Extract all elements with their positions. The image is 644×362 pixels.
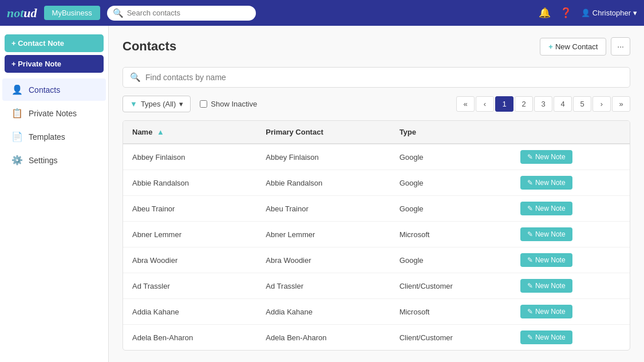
pagination-prev[interactable]: ‹: [476, 96, 494, 112]
search-icon: 🔍: [113, 8, 124, 18]
pagination-first[interactable]: «: [456, 96, 475, 112]
table-row: Abra Woodier Abra Woodier Google ✎ New N…: [123, 247, 630, 273]
filter-icon: ▼: [130, 100, 137, 108]
cell-type: Client/Customer: [390, 273, 511, 299]
cell-primary-contact: Ad Trassler: [256, 273, 390, 299]
cell-action: ✎ New Note: [511, 299, 630, 325]
edit-icon: ✎: [527, 282, 533, 290]
cell-type: Google: [390, 170, 511, 196]
column-type[interactable]: Type: [390, 121, 511, 144]
cell-primary-contact: Addia Kahane: [256, 299, 390, 325]
cell-name: Abbey Finlaison: [123, 144, 256, 170]
contacts-search-input[interactable]: [145, 73, 623, 82]
layout: + Contact Note + Private Note 👤 Contacts…: [0, 26, 644, 362]
pagination-page-5[interactable]: 5: [573, 96, 591, 112]
sidebar-item-templates[interactable]: 📄 Templates: [2, 125, 106, 148]
cell-name: Abra Woodier: [123, 247, 256, 273]
new-note-button[interactable]: ✎ New Note: [520, 330, 572, 344]
pagination-page-2[interactable]: 2: [515, 96, 533, 112]
sidebar-item-private-notes[interactable]: 📋 Private Notes: [2, 102, 106, 124]
new-note-button[interactable]: ✎ New Note: [520, 150, 572, 164]
sidebar-item-contacts[interactable]: 👤 Contacts: [2, 78, 106, 101]
user-icon: 👤: [581, 9, 590, 17]
table-row: Abbey Finlaison Abbey Finlaison Google ✎…: [123, 144, 630, 170]
new-note-button[interactable]: ✎ New Note: [520, 305, 572, 318]
cell-name: Addia Kahane: [123, 299, 256, 325]
cell-action: ✎ New Note: [511, 325, 630, 351]
cell-action: ✎ New Note: [511, 222, 630, 247]
edit-icon: ✎: [527, 179, 533, 187]
column-name[interactable]: Name ▲: [123, 121, 256, 144]
sidebar-nav: 👤 Contacts 📋 Private Notes 📄 Templates ⚙…: [0, 78, 108, 171]
new-contact-button[interactable]: + New Contact: [540, 38, 606, 56]
new-note-button[interactable]: ✎ New Note: [520, 202, 572, 215]
contacts-search-bar: 🔍: [123, 67, 630, 88]
show-inactive-label[interactable]: Show Inactive: [200, 100, 257, 108]
sidebar-item-settings[interactable]: ⚙️ Settings: [2, 149, 106, 171]
cell-primary-contact: Abra Woodier: [256, 247, 390, 273]
cell-action: ✎ New Note: [511, 196, 630, 222]
user-name: Christopher: [592, 9, 631, 17]
new-note-button[interactable]: ✎ New Note: [520, 279, 572, 293]
types-filter-button[interactable]: ▼ Types (All) ▾: [123, 96, 191, 112]
cell-action: ✎ New Note: [511, 247, 630, 273]
edit-icon: ✎: [527, 204, 533, 213]
pagination-page-4[interactable]: 4: [554, 96, 572, 112]
pagination: « ‹ 1 2 3 4 5 › »: [456, 96, 630, 112]
more-options-button[interactable]: ···: [611, 37, 630, 56]
private-note-button[interactable]: + Private Note: [5, 55, 104, 73]
edit-icon: ✎: [527, 230, 533, 238]
contact-note-button[interactable]: + Contact Note: [5, 34, 104, 52]
show-inactive-checkbox[interactable]: [200, 100, 207, 108]
sidebar: + Contact Note + Private Note 👤 Contacts…: [0, 26, 109, 362]
nav-icons: 🔔 ❓ 👤 Christopher ▾: [539, 7, 637, 19]
cell-action: ✎ New Note: [511, 144, 630, 170]
edit-icon: ✎: [527, 308, 533, 316]
cell-primary-contact: Abeu Trainor: [256, 196, 390, 222]
mybusiness-button[interactable]: MyBusiness: [44, 6, 100, 20]
page-title: Contacts: [123, 39, 176, 54]
sidebar-item-label: Templates: [29, 132, 65, 141]
private-notes-icon: 📋: [11, 108, 23, 119]
table-row: Adela Ben-Aharon Adela Ben-Aharon Client…: [123, 325, 630, 351]
new-note-button[interactable]: ✎ New Note: [520, 253, 572, 267]
pagination-next[interactable]: ›: [592, 96, 611, 112]
edit-icon: ✎: [527, 153, 533, 161]
cell-primary-contact: Abbey Finlaison: [256, 144, 390, 170]
cell-type: Client/Customer: [390, 325, 511, 351]
chevron-down-icon: ▾: [633, 9, 637, 17]
header-actions: + New Contact ···: [540, 37, 630, 56]
column-primary-contact[interactable]: Primary Contact: [256, 121, 390, 144]
global-search-input[interactable]: [127, 9, 250, 17]
user-menu[interactable]: 👤 Christopher ▾: [581, 9, 637, 17]
new-note-button[interactable]: ✎ New Note: [520, 227, 572, 241]
page-header: Contacts + New Contact ···: [123, 37, 630, 56]
plus-icon: +: [548, 42, 553, 51]
filters-bar: ▼ Types (All) ▾ Show Inactive « ‹ 1 2 3 …: [123, 96, 630, 112]
cell-type: Google: [390, 247, 511, 273]
new-note-button[interactable]: ✎ New Note: [520, 176, 572, 190]
pagination-page-1[interactable]: 1: [495, 96, 513, 112]
notification-icon[interactable]: 🔔: [539, 7, 551, 19]
cell-primary-contact: Adela Ben-Aharon: [256, 325, 390, 351]
help-icon[interactable]: ❓: [560, 7, 572, 19]
table-header-row: Name ▲ Primary Contact Type: [123, 121, 630, 144]
settings-icon: ⚙️: [11, 155, 23, 166]
cell-name: Abner Lemmer: [123, 222, 256, 247]
cell-name: Ad Trassler: [123, 273, 256, 299]
contacts-icon: 👤: [11, 84, 23, 95]
edit-icon: ✎: [527, 256, 533, 264]
cell-name: Abeu Trainor: [123, 196, 256, 222]
sidebar-item-label: Contacts: [29, 85, 60, 95]
logo: notud: [7, 6, 37, 21]
cell-action: ✎ New Note: [511, 273, 630, 299]
sidebar-item-label: Settings: [29, 156, 58, 165]
cell-primary-contact: Abner Lemmer: [256, 222, 390, 247]
table-row: Abner Lemmer Abner Lemmer Microsoft ✎ Ne…: [123, 222, 630, 247]
pagination-last[interactable]: »: [612, 96, 630, 112]
cell-type: Microsoft: [390, 222, 511, 247]
cell-primary-contact: Abbie Randalson: [256, 170, 390, 196]
cell-name: Abbie Randalson: [123, 170, 256, 196]
edit-icon: ✎: [527, 333, 533, 341]
pagination-page-3[interactable]: 3: [534, 96, 552, 112]
